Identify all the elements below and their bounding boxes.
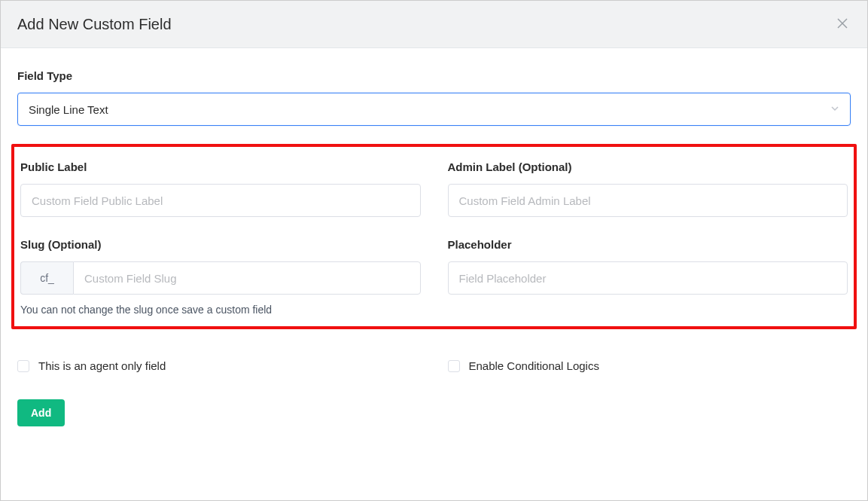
field-type-select[interactable]: Single Line Text bbox=[17, 93, 851, 126]
chevron-down-icon bbox=[830, 102, 839, 116]
close-button[interactable] bbox=[834, 14, 851, 34]
admin-label-col: Admin Label (Optional) bbox=[448, 160, 848, 217]
field-type-label: Field Type bbox=[17, 69, 851, 82]
conditional-logics-checkbox[interactable] bbox=[448, 360, 460, 372]
placeholder-col: Placeholder bbox=[448, 238, 848, 295]
add-custom-field-modal: Add New Custom Field Field Type Single L… bbox=[1, 1, 867, 500]
public-label-col: Public Label bbox=[20, 160, 421, 217]
slug-input[interactable] bbox=[73, 261, 421, 295]
placeholder-label: Placeholder bbox=[448, 238, 848, 251]
agent-only-col: This is an agent only field bbox=[17, 359, 421, 372]
close-icon bbox=[837, 18, 848, 29]
admin-label-label: Admin Label (Optional) bbox=[448, 160, 848, 173]
highlighted-fields-group: Public Label Admin Label (Optional) Slug… bbox=[11, 144, 857, 329]
conditional-logics-label[interactable]: Enable Conditional Logics bbox=[469, 359, 599, 372]
public-label-input[interactable] bbox=[20, 184, 421, 217]
agent-only-checkbox[interactable] bbox=[17, 360, 29, 372]
slug-input-group: cf_ bbox=[20, 261, 421, 295]
add-button[interactable]: Add bbox=[17, 399, 65, 426]
conditional-logics-col: Enable Conditional Logics bbox=[448, 359, 851, 372]
modal-title: Add New Custom Field bbox=[17, 16, 172, 33]
modal-header: Add New Custom Field bbox=[1, 1, 867, 48]
slug-prefix: cf_ bbox=[20, 261, 73, 295]
agent-only-label[interactable]: This is an agent only field bbox=[38, 359, 166, 372]
checkbox-row: This is an agent only field Enable Condi… bbox=[17, 359, 851, 372]
row-labels: Public Label Admin Label (Optional) bbox=[14, 160, 854, 217]
modal-body: Field Type Single Line Text Public Label… bbox=[1, 48, 867, 444]
placeholder-input[interactable] bbox=[448, 261, 848, 295]
admin-label-input[interactable] bbox=[448, 184, 848, 217]
field-type-value: Single Line Text bbox=[29, 103, 108, 116]
row-slug-placeholder: Slug (Optional) cf_ Placeholder bbox=[14, 238, 854, 295]
slug-hint: You can not change the slug once save a … bbox=[14, 304, 854, 316]
slug-label: Slug (Optional) bbox=[20, 238, 421, 251]
public-label-label: Public Label bbox=[20, 160, 421, 173]
slug-col: Slug (Optional) cf_ bbox=[20, 238, 421, 295]
